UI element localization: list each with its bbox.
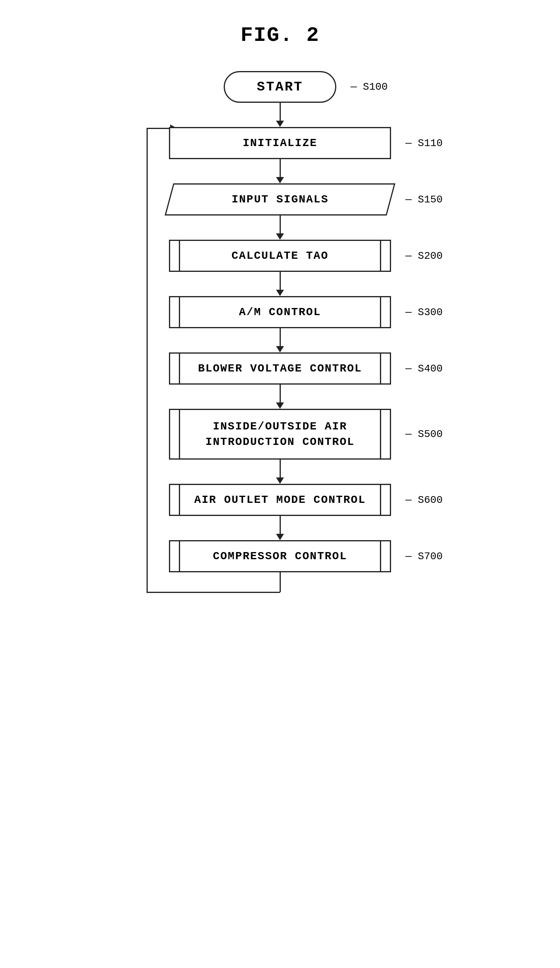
step-s400: S400 bbox=[405, 363, 443, 375]
inside-outside-node: INSIDE/OUTSIDE AIR INTRODUCTION CONTROL bbox=[169, 409, 391, 460]
step-s500: S500 bbox=[405, 428, 443, 440]
air-outlet-node-wrapper: AIR OUTLET MODE CONTROL S600 bbox=[169, 484, 391, 516]
blower-node: BLOWER VOLTAGE CONTROL bbox=[169, 352, 391, 385]
input-signals-node-wrapper: INPUT SIGNALS S150 bbox=[169, 183, 391, 216]
arrow-1 bbox=[276, 121, 284, 127]
start-node: START bbox=[224, 71, 336, 103]
connector-bottom bbox=[280, 572, 281, 592]
arrow-6 bbox=[276, 402, 284, 409]
calculate-tao-node: CALCULATE TAO bbox=[169, 240, 391, 272]
compressor-node: COMPRESSOR CONTROL bbox=[169, 540, 391, 572]
initialize-node-wrapper: INITIALIZE S110 bbox=[169, 127, 391, 159]
connector-3 bbox=[280, 216, 281, 233]
arrow-5 bbox=[276, 346, 284, 352]
arrow-8 bbox=[276, 534, 284, 540]
input-signals-node: INPUT SIGNALS bbox=[169, 183, 391, 216]
arrow-7 bbox=[276, 477, 284, 484]
am-control-node-wrapper: A/M CONTROL S300 bbox=[169, 296, 391, 328]
start-label: START bbox=[257, 79, 303, 94]
compressor-label: COMPRESSOR CONTROL bbox=[213, 550, 347, 562]
step-s700: S700 bbox=[405, 550, 443, 562]
inside-outside-node-wrapper: INSIDE/OUTSIDE AIR INTRODUCTION CONTROL … bbox=[169, 409, 391, 460]
figure-title: FIG. 2 bbox=[0, 0, 560, 71]
connector-8 bbox=[280, 516, 281, 534]
connector-2 bbox=[280, 159, 281, 177]
connector-1 bbox=[280, 103, 281, 121]
blower-node-wrapper: BLOWER VOLTAGE CONTROL S400 bbox=[169, 352, 391, 385]
connector-7 bbox=[280, 460, 281, 477]
flowchart: START S100 INITIALIZE S110 INPUT SIGNALS… bbox=[0, 71, 560, 624]
step-s200: S200 bbox=[405, 250, 443, 262]
step-s150: S150 bbox=[405, 194, 443, 206]
calc-tao-label: CALCULATE TAO bbox=[232, 250, 328, 262]
connector-4 bbox=[280, 272, 281, 290]
step-s100: S100 bbox=[351, 81, 388, 93]
am-control-node: A/M CONTROL bbox=[169, 296, 391, 328]
connector-6 bbox=[280, 385, 281, 402]
calc-tao-node-wrapper: CALCULATE TAO S200 bbox=[169, 240, 391, 272]
compressor-node-wrapper: COMPRESSOR CONTROL S700 bbox=[169, 540, 391, 572]
arrow-2 bbox=[276, 177, 284, 183]
start-node-wrapper: START S100 bbox=[224, 71, 336, 103]
initialize-node: INITIALIZE bbox=[169, 127, 391, 159]
arrow-3 bbox=[276, 233, 284, 240]
am-control-label: A/M CONTROL bbox=[239, 306, 321, 318]
step-s600: S600 bbox=[405, 494, 443, 506]
inside-outside-label: INSIDE/OUTSIDE AIR INTRODUCTION CONTROL bbox=[205, 420, 355, 448]
initialize-label: INITIALIZE bbox=[243, 137, 317, 149]
blower-label: BLOWER VOLTAGE CONTROL bbox=[198, 362, 362, 375]
step-s110: S110 bbox=[405, 137, 443, 149]
connector-5 bbox=[280, 328, 281, 346]
step-s300: S300 bbox=[405, 306, 443, 318]
arrow-4 bbox=[276, 290, 284, 296]
air-outlet-label: AIR OUTLET MODE CONTROL bbox=[194, 494, 366, 506]
air-outlet-node: AIR OUTLET MODE CONTROL bbox=[169, 484, 391, 516]
input-signals-label: INPUT SIGNALS bbox=[232, 193, 328, 206]
